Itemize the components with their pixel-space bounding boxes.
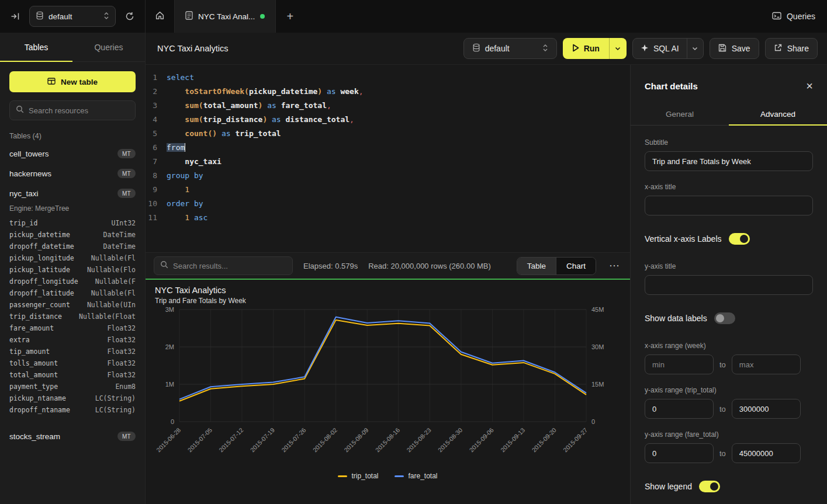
y-range-fare-max-input[interactable]	[732, 443, 801, 463]
show-legend-toggle[interactable]	[699, 481, 720, 492]
table-row-nyc_taxi[interactable]: nyc_taxiMT	[0, 183, 145, 203]
column-type: Nullable(F	[95, 277, 136, 286]
table-name: hackernews	[9, 169, 51, 178]
sql-ai-caret[interactable]	[687, 39, 703, 58]
editor-line-5[interactable]: 5 count() as trip_total	[146, 127, 630, 141]
run-button[interactable]: Run	[563, 38, 609, 59]
view-toggle: TableChart	[517, 257, 596, 275]
editor-line-4[interactable]: 4 sum(trip_distance) as distance_total,	[146, 113, 630, 127]
sql-ai-button[interactable]: SQL AI	[633, 39, 687, 58]
tab-advanced[interactable]: Advanced	[729, 103, 827, 125]
close-icon[interactable]: ×	[806, 80, 813, 92]
editor-line-8[interactable]: 8group by	[146, 169, 630, 183]
editor-line-9[interactable]: 9 1	[146, 183, 630, 197]
column-row-fare_amount[interactable]: fare_amountFloat32	[0, 322, 145, 334]
table-row-cell_towers[interactable]: cell_towersMT	[0, 144, 145, 164]
editor-line-6[interactable]: 6from	[146, 141, 630, 155]
share-button[interactable]: Share	[765, 38, 818, 59]
engine-badge: MT	[117, 189, 136, 198]
sql-editor[interactable]: 1select2 toStartOfWeek(pickup_datetime) …	[146, 65, 630, 252]
query-header: NYC Taxi Analytics default	[146, 33, 827, 65]
line-number: 10	[146, 197, 167, 211]
column-row-extra[interactable]: extraFloat32	[0, 334, 145, 346]
editor-line-7[interactable]: 7 nyc_taxi	[146, 155, 630, 169]
y-range-trip-group: y-axis range (trip_total) to	[645, 386, 813, 419]
database-selector[interactable]: default	[29, 6, 116, 27]
editor-line-1[interactable]: 1select	[146, 71, 630, 85]
y-range-fare-min-input[interactable]	[645, 443, 714, 463]
legend-item-trip_total[interactable]: trip_total	[338, 472, 378, 480]
line-code: sum(total_amount) as fare_total,	[167, 99, 331, 113]
share-icon	[774, 44, 782, 54]
chart-details-panel: Chart details × General Advanced Subtitl…	[630, 65, 827, 504]
more-options-icon[interactable]: ⋯	[607, 259, 622, 272]
column-row-payment_type[interactable]: payment_typeEnum8	[0, 381, 145, 392]
collapse-sidebar-icon[interactable]	[8, 9, 22, 23]
results-search-input[interactable]	[173, 262, 286, 270]
editor-line-11[interactable]: 11 1 asc	[146, 211, 630, 225]
refresh-icon[interactable]	[123, 9, 137, 23]
x-range-max-input[interactable]	[732, 354, 801, 374]
view-toggle-chart[interactable]: Chart	[556, 258, 596, 274]
column-row-passenger_count[interactable]: passenger_countNullable(UIn	[0, 299, 145, 311]
run-options-caret[interactable]	[609, 38, 627, 59]
view-toggle-table[interactable]: Table	[517, 258, 556, 274]
engine-badge: MT	[117, 149, 136, 158]
tab-nyc-taxi-analytics[interactable]: NYC Taxi Anal...	[175, 0, 276, 33]
column-row-total_amount[interactable]: total_amountFloat32	[0, 369, 145, 381]
column-row-pickup_ntaname[interactable]: pickup_ntanameLC(String)	[0, 392, 145, 404]
toggle-knob	[740, 235, 748, 243]
table-row-stocks_stream[interactable]: stocks_streamMT	[0, 426, 145, 446]
new-table-button[interactable]: New table	[9, 71, 136, 92]
column-row-pickup_latitude[interactable]: pickup_latitudeNullable(Flo	[0, 264, 145, 276]
results-chart[interactable]: 2015-06-282015-07-052015-07-122015-07-19…	[155, 305, 622, 470]
column-name: pickup_datetime	[9, 231, 70, 239]
database-icon	[36, 11, 44, 22]
subtitle-input[interactable]	[645, 151, 813, 171]
column-row-pickup_longitude[interactable]: pickup_longitudeNullable(Fl	[0, 252, 145, 264]
data-labels-label: Show data labels	[645, 314, 707, 323]
x-axis-title-input[interactable]	[645, 196, 813, 215]
resource-search-input[interactable]	[29, 106, 129, 115]
home-tab[interactable]	[146, 0, 175, 33]
editor-line-3[interactable]: 3 sum(total_amount) as fare_total,	[146, 99, 630, 113]
new-table-label: New table	[61, 78, 98, 86]
save-button[interactable]: Save	[710, 38, 759, 59]
column-row-tolls_amount[interactable]: tolls_amountFloat32	[0, 357, 145, 369]
results-search[interactable]	[154, 256, 293, 275]
resource-search[interactable]	[9, 100, 136, 120]
elapsed-stat: Elapsed: 0.579s	[303, 262, 358, 270]
data-labels-toggle[interactable]	[714, 312, 735, 324]
tab-general[interactable]: General	[631, 103, 729, 125]
y-axis-title-input[interactable]	[645, 275, 813, 295]
editor-line-2[interactable]: 2 toStartOfWeek(pickup_datetime) as week…	[146, 85, 630, 99]
y-range-trip-min-input[interactable]	[645, 399, 714, 419]
run-database-selector[interactable]: default	[463, 38, 557, 59]
sidebar-tab-tables[interactable]: Tables	[0, 33, 72, 61]
column-row-dropoff_datetime[interactable]: dropoff_datetimeDateTime	[0, 241, 145, 252]
queries-button[interactable]: Queries	[772, 12, 815, 22]
column-row-tip_amount[interactable]: tip_amountFloat32	[0, 346, 145, 357]
column-name: pickup_longitude	[9, 254, 74, 262]
editor-line-10[interactable]: 10order by	[146, 197, 630, 211]
legend-item-fare_total[interactable]: fare_total	[395, 472, 437, 480]
table-row-hackernews[interactable]: hackernewsMT	[0, 164, 145, 183]
vertical-x-toggle[interactable]	[729, 233, 750, 245]
column-row-trip_distance[interactable]: trip_distanceNullable(Float	[0, 311, 145, 322]
table-name: stocks_stream	[9, 432, 60, 441]
line-code: select	[167, 71, 194, 85]
line-number: 6	[146, 141, 167, 155]
x-range-row: to	[645, 354, 813, 374]
column-row-dropoff_ntaname[interactable]: dropoff_ntanameLC(String)	[0, 404, 145, 416]
column-row-dropoff_longitude[interactable]: dropoff_longitudeNullable(F	[0, 276, 145, 287]
sidebar-tab-queries[interactable]: Queries	[72, 33, 145, 61]
column-row-pickup_datetime[interactable]: pickup_datetimeDateTime	[0, 229, 145, 241]
new-tab-button[interactable]: +	[276, 0, 304, 33]
column-row-trip_id[interactable]: trip_idUInt32	[0, 217, 145, 229]
x-range-min-input[interactable]	[645, 354, 714, 374]
y-range-trip-max-input[interactable]	[732, 399, 801, 419]
column-type: Nullable(UIn	[87, 301, 136, 309]
line-number: 3	[146, 99, 167, 113]
column-type: LC(String)	[95, 406, 136, 414]
column-row-dropoff_latitude[interactable]: dropoff_latitudeNullable(Fl	[0, 287, 145, 299]
